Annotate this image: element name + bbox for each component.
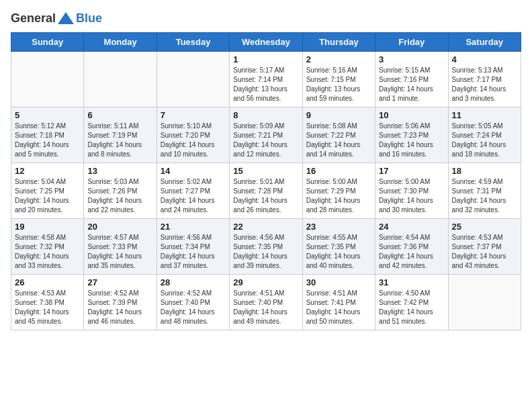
calendar-cell: [448, 275, 521, 330]
weekday-header-wednesday: Wednesday: [230, 33, 302, 52]
svg-marker-0: [58, 12, 74, 24]
calendar-table: SundayMondayTuesdayWednesdayThursdayFrid…: [11, 32, 521, 330]
day-info: Sunrise: 5:10 AM Sunset: 7:20 PM Dayligh…: [161, 122, 226, 159]
day-info: Sunrise: 4:53 AM Sunset: 7:37 PM Dayligh…: [452, 233, 517, 271]
header: General Blue: [11, 11, 521, 26]
calendar-week-2: 12Sunrise: 5:04 AM Sunset: 7:25 PM Dayli…: [11, 163, 521, 219]
calendar-cell: 9Sunrise: 5:08 AM Sunset: 7:22 PM Daylig…: [302, 107, 375, 163]
calendar-cell: [157, 52, 229, 107]
day-number: 20: [87, 222, 152, 232]
calendar-cell: 15Sunrise: 5:01 AM Sunset: 7:28 PM Dayli…: [230, 163, 302, 219]
day-info: Sunrise: 5:12 AM Sunset: 7:18 PM Dayligh…: [15, 122, 80, 159]
day-number: 28: [161, 277, 226, 287]
calendar-cell: 1Sunrise: 5:17 AM Sunset: 7:14 PM Daylig…: [230, 52, 302, 107]
day-info: Sunrise: 4:52 AM Sunset: 7:40 PM Dayligh…: [161, 289, 226, 326]
logo-text-general: General: [11, 11, 56, 26]
calendar-cell: 8Sunrise: 5:09 AM Sunset: 7:21 PM Daylig…: [230, 107, 302, 163]
calendar-cell: 26Sunrise: 4:53 AM Sunset: 7:38 PM Dayli…: [11, 275, 84, 330]
day-number: 27: [87, 277, 152, 287]
calendar-cell: 20Sunrise: 4:57 AM Sunset: 7:33 PM Dayli…: [84, 219, 157, 275]
day-number: 22: [233, 222, 298, 232]
calendar-cell: 17Sunrise: 5:00 AM Sunset: 7:30 PM Dayli…: [375, 163, 448, 219]
calendar-cell: 24Sunrise: 4:54 AM Sunset: 7:36 PM Dayli…: [375, 219, 448, 275]
day-number: 6: [87, 110, 152, 120]
calendar-cell: 21Sunrise: 4:56 AM Sunset: 7:34 PM Dayli…: [157, 219, 229, 275]
day-number: 13: [87, 166, 152, 176]
weekday-header-row: SundayMondayTuesdayWednesdayThursdayFrid…: [11, 33, 521, 52]
calendar-cell: 28Sunrise: 4:52 AM Sunset: 7:40 PM Dayli…: [157, 275, 229, 330]
calendar-week-4: 26Sunrise: 4:53 AM Sunset: 7:38 PM Dayli…: [11, 275, 521, 330]
day-info: Sunrise: 5:02 AM Sunset: 7:27 PM Dayligh…: [161, 177, 226, 215]
day-info: Sunrise: 5:05 AM Sunset: 7:24 PM Dayligh…: [452, 122, 517, 159]
calendar-cell: 16Sunrise: 5:00 AM Sunset: 7:29 PM Dayli…: [302, 163, 375, 219]
calendar-cell: 3Sunrise: 5:15 AM Sunset: 7:16 PM Daylig…: [375, 52, 448, 107]
day-number: 1: [233, 54, 298, 64]
logo-text-blue: Blue: [76, 11, 102, 26]
calendar-cell: 25Sunrise: 4:53 AM Sunset: 7:37 PM Dayli…: [448, 219, 521, 275]
calendar-cell: 6Sunrise: 5:11 AM Sunset: 7:19 PM Daylig…: [84, 107, 157, 163]
page-container: General Blue SundayMondayTuesdayWednesda…: [0, 0, 532, 337]
day-number: 19: [15, 222, 80, 232]
calendar-cell: [84, 52, 157, 107]
weekday-header-tuesday: Tuesday: [157, 33, 229, 52]
day-info: Sunrise: 4:51 AM Sunset: 7:40 PM Dayligh…: [233, 289, 298, 326]
weekday-header-monday: Monday: [84, 33, 157, 52]
day-info: Sunrise: 5:08 AM Sunset: 7:22 PM Dayligh…: [306, 122, 371, 159]
weekday-header-thursday: Thursday: [302, 33, 375, 52]
day-number: 11: [452, 110, 517, 120]
day-info: Sunrise: 5:16 AM Sunset: 7:15 PM Dayligh…: [306, 66, 371, 103]
calendar-week-1: 5Sunrise: 5:12 AM Sunset: 7:18 PM Daylig…: [11, 107, 521, 163]
day-info: Sunrise: 4:55 AM Sunset: 7:35 PM Dayligh…: [306, 233, 371, 271]
day-number: 10: [379, 110, 444, 120]
weekday-header-friday: Friday: [375, 33, 448, 52]
calendar-cell: 29Sunrise: 4:51 AM Sunset: 7:40 PM Dayli…: [230, 275, 302, 330]
day-number: 17: [379, 166, 444, 176]
day-number: 24: [379, 222, 444, 232]
day-info: Sunrise: 5:04 AM Sunset: 7:25 PM Dayligh…: [15, 177, 80, 215]
calendar-cell: [11, 52, 84, 107]
day-info: Sunrise: 4:59 AM Sunset: 7:31 PM Dayligh…: [452, 177, 517, 215]
day-info: Sunrise: 4:56 AM Sunset: 7:34 PM Dayligh…: [161, 233, 226, 271]
calendar-body: 1Sunrise: 5:17 AM Sunset: 7:14 PM Daylig…: [11, 52, 521, 330]
weekday-header-sunday: Sunday: [11, 33, 84, 52]
day-number: 4: [452, 54, 517, 64]
day-number: 7: [161, 110, 226, 120]
day-number: 5: [15, 110, 80, 120]
day-info: Sunrise: 4:52 AM Sunset: 7:39 PM Dayligh…: [87, 289, 152, 326]
day-number: 31: [379, 277, 444, 287]
calendar-week-0: 1Sunrise: 5:17 AM Sunset: 7:14 PM Daylig…: [11, 52, 521, 107]
day-info: Sunrise: 4:50 AM Sunset: 7:42 PM Dayligh…: [379, 289, 444, 326]
day-number: 8: [233, 110, 298, 120]
day-number: 2: [306, 54, 371, 64]
day-info: Sunrise: 5:01 AM Sunset: 7:28 PM Dayligh…: [233, 177, 298, 215]
day-number: 30: [306, 277, 371, 287]
day-number: 14: [161, 166, 226, 176]
day-info: Sunrise: 5:00 AM Sunset: 7:30 PM Dayligh…: [379, 177, 444, 215]
calendar-cell: 19Sunrise: 4:58 AM Sunset: 7:32 PM Dayli…: [11, 219, 84, 275]
day-info: Sunrise: 5:06 AM Sunset: 7:23 PM Dayligh…: [379, 122, 444, 159]
day-info: Sunrise: 4:53 AM Sunset: 7:38 PM Dayligh…: [15, 289, 80, 326]
day-number: 25: [452, 222, 517, 232]
calendar-week-3: 19Sunrise: 4:58 AM Sunset: 7:32 PM Dayli…: [11, 219, 521, 275]
day-number: 9: [306, 110, 371, 120]
day-info: Sunrise: 4:56 AM Sunset: 7:35 PM Dayligh…: [233, 233, 298, 271]
day-number: 29: [233, 277, 298, 287]
calendar-cell: 22Sunrise: 4:56 AM Sunset: 7:35 PM Dayli…: [230, 219, 302, 275]
day-info: Sunrise: 5:03 AM Sunset: 7:26 PM Dayligh…: [87, 177, 152, 215]
day-info: Sunrise: 5:09 AM Sunset: 7:21 PM Dayligh…: [233, 122, 298, 159]
day-info: Sunrise: 5:15 AM Sunset: 7:16 PM Dayligh…: [379, 66, 444, 103]
day-info: Sunrise: 5:13 AM Sunset: 7:17 PM Dayligh…: [452, 66, 517, 103]
day-number: 21: [161, 222, 226, 232]
day-info: Sunrise: 5:00 AM Sunset: 7:29 PM Dayligh…: [306, 177, 371, 215]
day-number: 18: [452, 166, 517, 176]
calendar-cell: 13Sunrise: 5:03 AM Sunset: 7:26 PM Dayli…: [84, 163, 157, 219]
day-info: Sunrise: 5:17 AM Sunset: 7:14 PM Dayligh…: [233, 66, 298, 103]
calendar-cell: 23Sunrise: 4:55 AM Sunset: 7:35 PM Dayli…: [302, 219, 375, 275]
calendar-cell: 7Sunrise: 5:10 AM Sunset: 7:20 PM Daylig…: [157, 107, 229, 163]
calendar-cell: 12Sunrise: 5:04 AM Sunset: 7:25 PM Dayli…: [11, 163, 84, 219]
logo: General Blue: [11, 11, 102, 26]
day-number: 26: [15, 277, 80, 287]
calendar-header: SundayMondayTuesdayWednesdayThursdayFrid…: [11, 33, 521, 52]
calendar-cell: 2Sunrise: 5:16 AM Sunset: 7:15 PM Daylig…: [302, 52, 375, 107]
day-info: Sunrise: 5:11 AM Sunset: 7:19 PM Dayligh…: [87, 122, 152, 159]
